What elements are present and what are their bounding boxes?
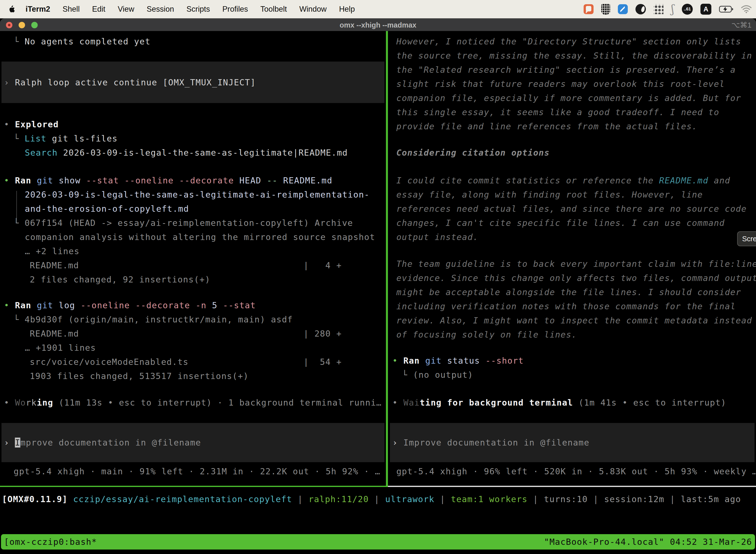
menu-item-session[interactable]: Session	[140, 5, 180, 14]
reasoning-text: of focusing solely on file lines.	[388, 328, 756, 342]
token: this single essay, it seems like a good …	[396, 107, 719, 117]
token: the source tree, missing the essay. Stil…	[396, 51, 752, 61]
waiting-status-line: • Waiting for background terminal (1m 41…	[388, 396, 756, 410]
token: git	[425, 356, 447, 366]
crescent-icon[interactable]	[635, 4, 646, 14]
omx-status-line: [OMX#0.11.9] cczip/essay/ai-reimplementa…	[0, 492, 756, 506]
shield-grid-icon[interactable]	[601, 4, 610, 15]
apple-logo-icon	[8, 5, 15, 13]
menu-item-view[interactable]: View	[112, 5, 141, 14]
token: HEAD	[239, 175, 267, 185]
menu-item-profiles[interactable]: Profiles	[216, 5, 254, 14]
battery-icon[interactable]	[719, 5, 734, 13]
token: •	[4, 119, 15, 129]
token: … +1901 lines	[25, 343, 96, 353]
window-title: omx --xhigh --madmax	[0, 19, 756, 31]
token: List	[24, 133, 46, 144]
token: and-the-erosion-of-copyleft.md	[25, 204, 189, 214]
token: and	[708, 175, 730, 185]
pane-divider[interactable]	[386, 31, 388, 487]
active-pane-border	[0, 486, 388, 487]
menu-item-help[interactable]: Help	[333, 5, 361, 14]
token: --stat	[223, 300, 256, 310]
token: └	[14, 37, 24, 46]
token: 4b9d30f (origin/main, instructkr/main, m…	[24, 315, 293, 324]
menu-item-edit[interactable]: Edit	[86, 5, 111, 14]
reasoning-text: The team guideline is to back every impo…	[388, 257, 756, 271]
token: |	[435, 494, 451, 504]
token: |	[665, 494, 681, 504]
token: README.md	[283, 175, 333, 185]
token: ›	[4, 77, 15, 88]
token: status	[447, 356, 486, 366]
token: Explored	[15, 119, 59, 129]
token: |	[527, 494, 544, 504]
token: •	[4, 175, 15, 185]
token: companion file, especially if more comme…	[396, 93, 741, 103]
git-show-output: companion analysis without altering the …	[0, 230, 386, 244]
reasoning-text: references need actual files, and since …	[388, 202, 756, 216]
token	[68, 494, 73, 504]
dots-grid-icon[interactable]	[653, 4, 664, 14]
git-show-output: … +2 lines	[0, 244, 386, 258]
token: README.md | 4 +	[30, 260, 342, 270]
apple-menu-icon[interactable]	[7, 5, 16, 13]
token: No agents completed yet	[24, 37, 150, 46]
screen-overlay-button[interactable]: Scre	[737, 231, 756, 246]
token: Ran	[15, 300, 37, 310]
token: 2 files changed, 92 insertions(+)	[30, 275, 210, 284]
git-log-output: README.md | 280 +	[0, 327, 386, 341]
screen-overlay-label: Scre	[742, 235, 756, 243]
menu-item-window[interactable]: Window	[293, 5, 333, 14]
squiggle-icon[interactable]: ʃ	[671, 4, 674, 14]
token: 067f154 (HEAD -> essay/ai-reimplementati…	[24, 218, 353, 228]
reasoning-text: this single essay, it seems like a good …	[388, 105, 756, 119]
orange-chat-icon[interactable]	[584, 4, 593, 14]
reasoning-text: output instead.	[388, 230, 756, 244]
token: Improve documentation in @filename	[403, 438, 589, 447]
token: Ran	[403, 356, 425, 366]
model-status-line: gpt-5.4 xhigh · main · 91% left · 2.31M …	[0, 464, 386, 479]
menu-item-iterm2[interactable]: iTerm2	[19, 5, 56, 14]
left-terminal-pane[interactable]: └ No agents completed yet› Ralph loop ac…	[0, 31, 386, 486]
token: The team guideline is to back every impo…	[396, 259, 756, 269]
reasoning-text: essay file, along with finding root file…	[388, 188, 756, 202]
right-terminal-pane[interactable]: However, I noticed the "Directory Struct…	[388, 31, 756, 486]
ran-git-show-line: • Ran git show --stat --oneline --decora…	[0, 173, 386, 188]
menu-item-scripts[interactable]: Scripts	[180, 5, 216, 14]
token: references need actual files, and since …	[396, 204, 747, 214]
tmux-session-label[interactable]: [omx-cczip0:bash*	[4, 537, 97, 547]
menu-item-shell[interactable]: Shell	[56, 5, 86, 14]
token: •	[4, 300, 15, 310]
reasoning-text: evidence. Since this change only affects…	[388, 271, 756, 285]
wifi-icon[interactable]	[741, 5, 752, 13]
token: last:5m ago	[681, 494, 741, 504]
token: … +2 lines	[25, 246, 80, 256]
token: the "Related research writing" section i…	[396, 65, 736, 75]
token: •	[4, 398, 15, 407]
blue-badge-icon[interactable]	[618, 4, 628, 14]
reasoning-text: However, I noticed the "Directory Struct…	[388, 35, 756, 49]
token: gpt-5.4 xhigh · 96% left · 520K in · 5.8…	[396, 466, 756, 476]
prompt-input[interactable]: › Improve documentation in @filename	[1, 423, 384, 462]
token: --stat --oneline --decorate	[86, 175, 239, 185]
token: might be acceptable alongside the file l…	[396, 287, 741, 297]
prompt-input[interactable]: › Improve documentation in @filename	[390, 423, 755, 462]
token: ralph:11/20	[309, 494, 369, 504]
token: I could cite commit statistics or refere…	[396, 175, 659, 185]
menu-item-toolbelt[interactable]: Toolbelt	[254, 5, 293, 14]
token: 2026-03-09-is-legal-the-same-as-legitima…	[58, 148, 348, 158]
token: Considering citation options	[396, 148, 550, 158]
token: mprove documentation in @filename	[20, 438, 201, 447]
reasoning-text: including verification notes with those …	[388, 299, 756, 314]
input-source-icon[interactable]: A	[700, 4, 711, 15]
window-title-bar: omx --xhigh --madmax ⌥⌘1	[0, 19, 756, 31]
orange-chat-glyph	[584, 4, 593, 14]
percent-badge-icon[interactable]: ..61	[682, 4, 693, 15]
dots-grid-glyph	[653, 4, 664, 14]
token: However, I noticed the "Directory Struct…	[396, 37, 741, 46]
token: ›	[4, 438, 15, 447]
token: slight risk that future readers may over…	[396, 79, 725, 89]
ran-git-status-line: • Ran git status --short	[388, 354, 756, 368]
token: •	[392, 398, 403, 407]
